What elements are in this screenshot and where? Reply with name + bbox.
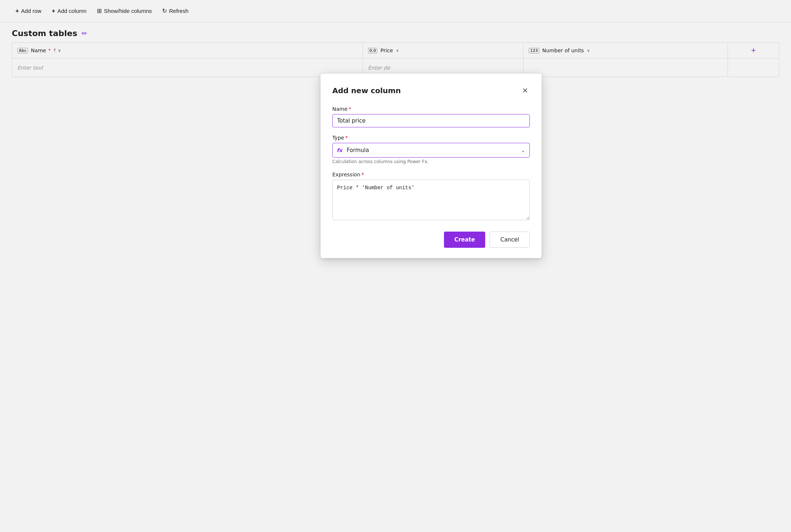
modal-header: Add new column ✕ [332,85,530,96]
name-form-group: Name* [332,106,530,127]
type-select[interactable]: Formula Text Number [332,143,530,158]
modal-close-button[interactable]: ✕ [521,85,530,96]
expression-textarea[interactable]: Price * 'Number of units' [332,180,530,220]
create-button[interactable]: Create [444,232,485,248]
name-field-label: Name* [332,106,530,112]
type-field-label: Type* [332,135,530,141]
expression-form-group: Expression* Price * 'Number of units' [332,172,530,221]
fx-icon: fx [337,147,342,153]
cancel-button[interactable]: Cancel [490,232,530,248]
expression-field-label: Expression* [332,172,530,177]
type-hint: Calculation across columns using Power F… [332,159,530,164]
type-select-wrapper: fx Formula Text Number ⌄ [332,143,530,158]
modal-footer: Create Cancel [332,232,530,248]
name-input[interactable] [332,114,530,127]
modal-title: Add new column [332,86,401,95]
type-form-group: Type* fx Formula Text Number ⌄ Calculati… [332,135,530,164]
add-column-modal: Add new column ✕ Name* Type* fx Formula … [321,74,542,258]
